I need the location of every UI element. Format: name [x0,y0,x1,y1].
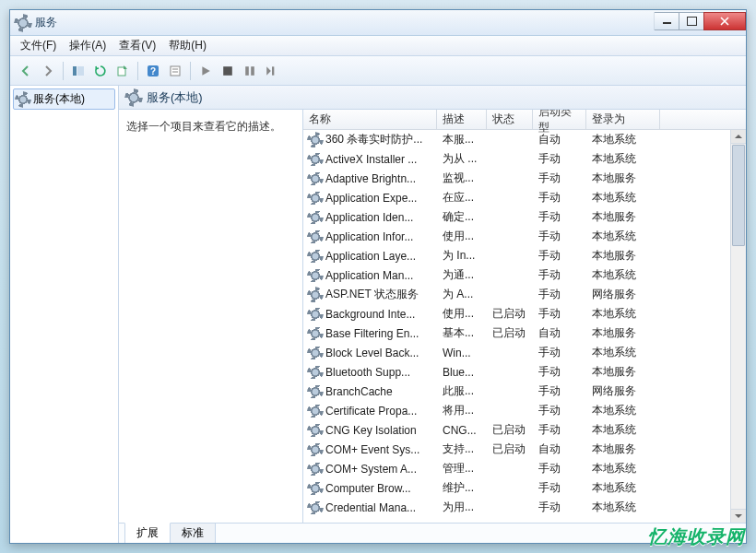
toolbar-sep [137,62,138,80]
service-row[interactable]: Computer Brow...维护...手动本地系统 [303,478,746,498]
service-list: 名称 描述 状态 启动类型 登录为 360 杀毒实时防护...本服...自动本地… [303,110,746,523]
maximize-button[interactable] [679,12,704,30]
service-row[interactable]: ActiveX Installer ...为从 ...手动本地系统 [303,149,746,169]
close-button[interactable] [703,12,746,30]
svc-name: Adaptive Brightn... [325,172,416,185]
svc-desc: 监视... [437,171,487,186]
tab-standard[interactable]: 标准 [170,524,216,543]
svc-name: Application Man... [325,269,413,282]
stop-service-button[interactable] [218,61,238,81]
svc-logon: 本地系统 [586,190,660,206]
menu-view[interactable]: 查看(V) [112,36,162,55]
svc-startup: 手动 [533,364,586,380]
service-row[interactable]: Application Expe...在应...手动本地系统 [303,188,746,207]
start-service-button[interactable] [195,61,216,81]
service-row[interactable]: Certificate Propa...将用...手动本地系统 [303,401,746,420]
vertical-scrollbar[interactable] [730,130,746,523]
service-row[interactable]: COM+ System A...管理...手动本地系统 [303,459,746,478]
service-row[interactable]: Application Laye...为 In...手动本地服务 [303,246,746,265]
svc-desc: 确定... [437,209,487,225]
svc-logon: 本地系统 [586,422,660,438]
refresh-button[interactable] [90,61,111,81]
window-controls [655,12,746,30]
help-button[interactable]: ? [143,61,163,81]
col-name[interactable]: 名称 [303,110,437,129]
service-row[interactable]: Adaptive Brightn...监视...手动本地服务 [303,169,746,188]
col-startup[interactable]: 启动类型 [533,110,586,129]
show-hide-tree-button[interactable] [68,61,89,81]
export-button[interactable] [112,61,133,81]
app-icon [16,16,30,30]
service-row[interactable]: ASP.NET 状态服务为 A...手动网络服务 [303,285,746,304]
titlebar[interactable]: 服务 [10,10,746,36]
service-row[interactable]: CNG Key IsolationCNG...已启动手动本地系统 [303,420,746,440]
toolbar-sep [63,62,64,80]
service-row[interactable]: BranchCache此服...手动网络服务 [303,382,746,401]
main-heading-text: 服务(本地) [147,89,203,106]
svc-desc: 使用... [437,229,487,244]
scroll-down-button[interactable] [731,509,746,523]
close-icon [720,17,729,26]
forward-button[interactable] [38,61,58,81]
refresh-icon [94,65,107,77]
service-row[interactable]: COM+ Event Sys...支持...已启动自动本地服务 [303,440,746,459]
svc-startup: 手动 [533,151,586,167]
nav-tree[interactable]: 服务(本地) [10,86,119,543]
svc-logon: 网络服务 [586,287,660,302]
scroll-thumb[interactable] [732,145,745,246]
svc-logon: 本地系统 [586,151,660,167]
service-row[interactable]: Base Filtering En...基本...已启动自动本地服务 [303,324,746,343]
menu-file[interactable]: 文件(F) [14,36,63,55]
window-title: 服务 [35,15,57,30]
svc-logon: 本地服务 [586,364,660,380]
services-window: 服务 文件(F) 操作(A) 查看(V) 帮助(H) ? [9,9,747,544]
svc-desc: 基本... [437,325,487,341]
nav-services-local[interactable]: 服务(本地) [13,88,115,110]
svg-rect-9 [245,66,249,76]
svc-name: Computer Brow... [325,482,411,495]
titlebar-spacer [57,10,655,35]
back-button[interactable] [16,61,36,81]
svc-status: 已启动 [487,306,533,322]
toolbar-sep [190,62,191,80]
description-text: 选择一个项目来查看它的描述。 [126,119,295,135]
gear-icon [17,93,30,106]
list-body[interactable]: 360 杀毒实时防护...本服...自动本地系统ActiveX Installe… [303,130,746,523]
tree-icon [72,65,85,77]
svc-startup: 手动 [533,345,586,360]
svg-rect-5 [171,66,180,76]
gear-icon [309,366,322,379]
menu-action[interactable]: 操作(A) [63,36,112,55]
minimize-button[interactable] [654,12,679,30]
tab-extended[interactable]: 扩展 [124,523,171,543]
scroll-up-button[interactable] [731,130,746,144]
service-row[interactable]: Block Level Back...Win...手动本地系统 [303,343,746,362]
pause-service-button[interactable] [240,61,260,81]
gear-icon [309,463,322,476]
svc-startup: 手动 [533,171,586,186]
svc-desc: 本服... [437,132,487,147]
service-row[interactable]: Application Man...为通...手动本地系统 [303,265,746,285]
col-logon[interactable]: 登录为 [586,110,660,129]
service-row[interactable]: Background Inte...使用...已启动手动本地系统 [303,304,746,324]
menu-help[interactable]: 帮助(H) [162,36,213,55]
svc-startup: 手动 [533,209,586,225]
svg-rect-1 [77,66,84,76]
service-row[interactable]: Bluetooth Supp...Blue...手动本地服务 [303,362,746,382]
svc-startup: 自动 [533,441,586,457]
properties-button[interactable] [165,61,185,81]
service-row[interactable]: Application Iden...确定...手动本地服务 [303,207,746,227]
toolbar: ? [10,56,746,86]
service-row[interactable]: Application Infor...使用...手动本地系统 [303,227,746,246]
svc-name: Application Expe... [325,192,417,205]
service-row[interactable]: 360 杀毒实时防护...本服...自动本地系统 [303,130,746,149]
service-row[interactable]: Credential Mana...为用...手动本地系统 [303,498,746,517]
restart-icon [266,65,278,77]
col-desc[interactable]: 描述 [437,110,487,129]
svc-logon: 网络服务 [586,383,660,399]
play-icon [200,65,211,76]
restart-service-button[interactable] [262,61,282,81]
col-status[interactable]: 状态 [487,110,533,129]
main-heading: 服务(本地) [119,86,746,110]
svc-desc: 为通... [437,267,487,283]
